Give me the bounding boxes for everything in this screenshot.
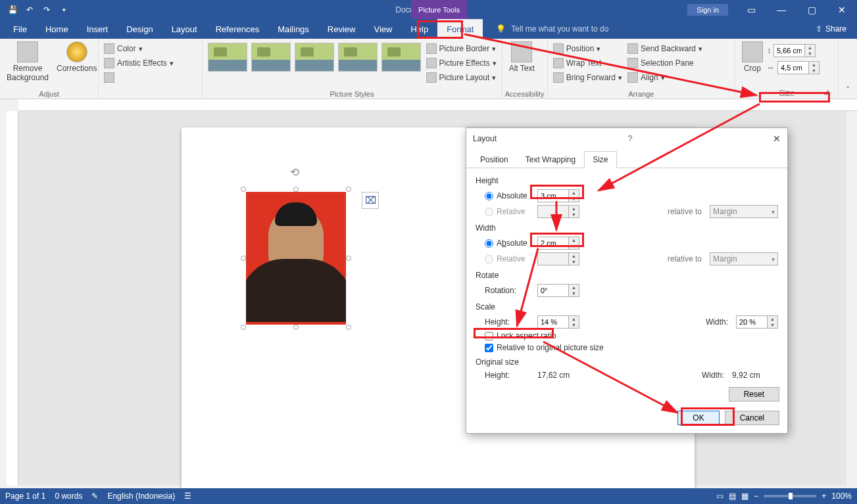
artistic-effects-button[interactable]: Artistic Effects ▾ [101, 56, 176, 70]
tab-home[interactable]: Home [36, 19, 78, 39]
width-spinner[interactable]: ▲▼ [777, 61, 820, 74]
tab-view[interactable]: View [364, 19, 401, 39]
remove-background-button[interactable]: Remove Background [3, 40, 53, 83]
tab-size[interactable]: Size [584, 151, 616, 168]
style-thumb[interactable] [251, 43, 291, 72]
relative-original-checkbox[interactable]: Relative to original picture size [485, 343, 604, 352]
crop-button[interactable]: Crop [738, 40, 767, 74]
scale-width-input[interactable]: ▲▼ [736, 315, 778, 329]
word-count[interactable]: 0 words [55, 492, 82, 501]
color-button[interactable]: Color ▾ [101, 41, 145, 56]
zoom-slider[interactable] [764, 495, 816, 497]
picture-effects-button[interactable]: Picture Effects ▾ [424, 56, 499, 70]
ruler-horizontal [18, 99, 857, 111]
tab-mailings[interactable]: Mailings [268, 19, 318, 39]
print-layout-icon[interactable]: ▤ [729, 492, 736, 501]
resize-handle[interactable] [293, 187, 299, 192]
tell-me-search[interactable]: 💡Tell me what you want to do [496, 24, 608, 34]
spell-check-icon[interactable]: ✎ [91, 492, 98, 501]
resize-handle[interactable] [346, 325, 351, 330]
height-spinner[interactable]: ▲▼ [773, 44, 816, 57]
tab-text-wrapping[interactable]: Text Wrapping [517, 151, 584, 168]
picture-layout-button[interactable]: Picture Layout ▾ [424, 70, 499, 85]
tab-file[interactable]: File [4, 19, 36, 39]
tab-help[interactable]: Help [401, 19, 437, 39]
picture-selection[interactable]: ⟲ ⌧ [241, 187, 351, 330]
share-icon: ⇪ [816, 24, 822, 34]
minimize-icon[interactable]: — [766, 0, 796, 19]
bring-forward-button[interactable]: Bring Forward ▾ [551, 70, 625, 85]
dialog-close-icon[interactable]: ✕ [773, 133, 781, 144]
sign-in-button[interactable]: Sign in [687, 4, 728, 16]
tab-review[interactable]: Review [318, 19, 365, 39]
resize-handle[interactable] [241, 256, 246, 261]
resize-handle[interactable] [241, 325, 246, 330]
tab-insert[interactable]: Insert [78, 19, 118, 39]
page-count[interactable]: Page 1 of 1 [5, 492, 45, 501]
rotation-input[interactable]: ▲▼ [537, 284, 579, 297]
compress-icon [104, 72, 114, 83]
tab-position[interactable]: Position [472, 151, 517, 168]
scale-height-input[interactable]: ▲▼ [537, 315, 579, 329]
ribbon-display-icon[interactable]: ▭ [736, 0, 766, 19]
width-absolute-input[interactable]: ▲▼ [537, 237, 579, 250]
backward-icon [627, 43, 638, 54]
height-relative-radio[interactable]: Relative [485, 207, 533, 216]
language-status[interactable]: English (Indonesia) [107, 492, 175, 501]
quick-access-toolbar: 💾 ↶ ↷ ▾ [0, 3, 71, 17]
zoom-out-icon[interactable]: − [754, 492, 758, 501]
position-button[interactable]: Position ▾ [551, 41, 625, 56]
height-absolute-radio[interactable]: Absolute [485, 191, 533, 200]
accessibility-icon[interactable]: ☰ [184, 492, 191, 501]
redo-icon[interactable]: ↷ [39, 3, 54, 17]
rotate-handle-icon[interactable]: ⟲ [290, 166, 302, 177]
style-thumb[interactable] [208, 43, 247, 72]
zoom-level[interactable]: 100% [831, 492, 852, 501]
help-icon[interactable]: ? [628, 134, 633, 143]
status-bar: Page 1 of 1 0 words ✎ English (Indonesia… [0, 488, 857, 504]
width-relative-combo: Margin [710, 252, 778, 265]
size-dialog-launcher-icon[interactable]: ◢ [822, 87, 830, 95]
tab-design[interactable]: Design [117, 19, 162, 39]
style-thumb[interactable] [381, 43, 421, 72]
qat-menu-icon[interactable]: ▾ [57, 3, 71, 17]
compress-button[interactable] [101, 70, 117, 85]
send-backward-button[interactable]: Send Backward ▾ [625, 41, 705, 56]
close-icon[interactable]: ✕ [827, 0, 857, 19]
style-thumb[interactable] [295, 43, 334, 72]
corrections-button[interactable]: Corrections [53, 40, 101, 74]
layout-options-icon[interactable]: ⌧ [362, 192, 379, 209]
collapse-ribbon-icon[interactable]: ˄ [839, 39, 857, 99]
web-layout-icon[interactable]: ▦ [741, 492, 748, 501]
wrap-text-button[interactable]: Wrap Text [551, 56, 625, 70]
reset-button[interactable]: Reset [729, 387, 779, 401]
resize-handle[interactable] [346, 187, 351, 192]
remove-bg-icon [17, 41, 38, 62]
align-button[interactable]: Align ▾ [625, 70, 705, 85]
zoom-in-icon[interactable]: + [821, 492, 826, 501]
tab-references[interactable]: References [207, 19, 268, 39]
resize-handle[interactable] [293, 325, 299, 330]
tab-layout[interactable]: Layout [162, 19, 207, 39]
cancel-button[interactable]: Cancel [725, 411, 779, 425]
style-thumb[interactable] [338, 43, 378, 72]
read-mode-icon[interactable]: ▭ [716, 492, 723, 501]
share-button[interactable]: ⇪Share [816, 24, 846, 34]
resize-handle[interactable] [241, 187, 246, 192]
save-icon[interactable]: 💾 [5, 3, 20, 17]
alt-text-button[interactable]: Alt Text [505, 40, 539, 74]
width-relative-radio[interactable]: Relative [485, 254, 533, 263]
lock-aspect-ratio-checkbox[interactable]: Lock aspect ratio [485, 331, 556, 340]
selection-pane-button[interactable]: Selection Pane [625, 56, 705, 70]
resize-handle[interactable] [346, 256, 351, 261]
inserted-picture[interactable] [246, 192, 346, 325]
picture-styles-gallery[interactable] [205, 40, 424, 74]
width-absolute-radio[interactable]: Absolute [485, 239, 533, 248]
width-section-label: Width [476, 223, 778, 233]
picture-border-button[interactable]: Picture Border ▾ [424, 41, 499, 56]
undo-icon[interactable]: ↶ [22, 3, 37, 17]
maximize-icon[interactable]: ▢ [796, 0, 827, 19]
ok-button[interactable]: OK [677, 411, 719, 425]
height-absolute-input[interactable]: ▲▼ [537, 189, 579, 202]
tab-format[interactable]: Format [437, 19, 483, 39]
